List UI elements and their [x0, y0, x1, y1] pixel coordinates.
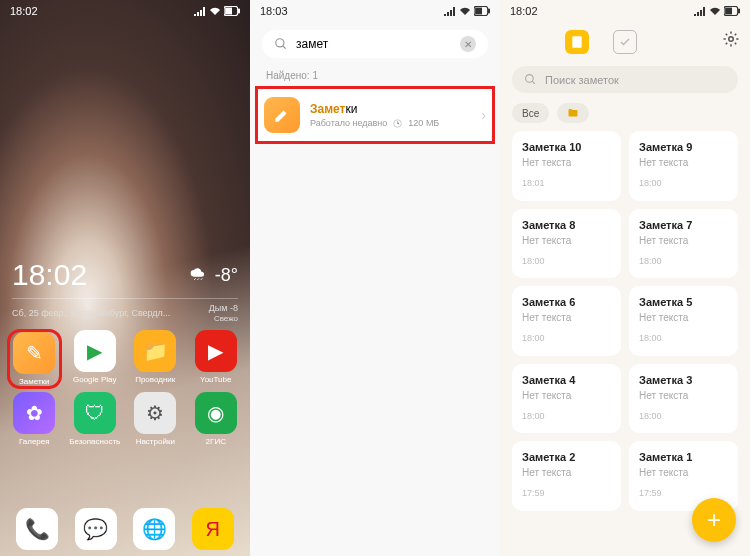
result-subtitle: Работало недавно	[310, 118, 387, 128]
notes-app-icon	[264, 97, 300, 133]
note-card[interactable]: Заметка 8Нет текста18:00	[512, 209, 621, 279]
note-title: Заметка 5	[639, 296, 728, 308]
note-body: Нет текста	[522, 157, 611, 168]
app-icon: ✎	[13, 332, 55, 374]
storage-icon	[393, 119, 402, 128]
status-time: 18:02	[510, 5, 538, 17]
note-card[interactable]: Заметка 4Нет текста18:00	[512, 364, 621, 434]
app-YouTube[interactable]: ▶YouTube	[190, 330, 243, 388]
notes-search[interactable]: Поиск заметок	[512, 66, 738, 93]
svg-rect-4	[488, 9, 490, 14]
note-body: Нет текста	[522, 467, 611, 478]
new-note-button[interactable]: +	[692, 498, 736, 542]
app-icon: ⚙	[134, 392, 176, 434]
status-bar: 18:03	[250, 0, 500, 22]
note-card[interactable]: Заметка 9Нет текста18:00	[629, 131, 738, 201]
note-card[interactable]: Заметка 7Нет текста18:00	[629, 209, 738, 279]
search-icon	[274, 37, 288, 51]
note-title: Заметка 6	[522, 296, 611, 308]
svg-rect-1	[238, 9, 240, 14]
dock-app[interactable]: Я	[192, 508, 234, 550]
note-body: Нет текста	[639, 467, 728, 478]
svg-rect-2	[225, 8, 232, 15]
app-2ГИС[interactable]: ◉2ГИС	[190, 392, 243, 446]
status-icons	[194, 6, 240, 16]
svg-point-6	[276, 39, 284, 47]
date-location[interactable]: Сб, 25 февр., Екатеринбург, Свердл...	[12, 308, 170, 318]
note-icon	[570, 35, 584, 49]
note-card[interactable]: Заметка 2Нет текста17:59	[512, 441, 621, 511]
folder-icon	[567, 107, 579, 119]
battery-icon	[224, 6, 240, 16]
note-body: Нет текста	[639, 312, 728, 323]
app-Заметки[interactable]: ✎Заметки	[8, 330, 61, 388]
svg-point-12	[729, 37, 734, 42]
note-time: 17:59	[639, 488, 728, 498]
settings-button[interactable]	[722, 30, 740, 52]
app-icon: ▶	[195, 330, 237, 372]
search-input[interactable]	[296, 37, 452, 51]
weather-widget[interactable]: -8°	[189, 265, 238, 286]
note-card[interactable]: Заметка 6Нет текста18:00	[512, 286, 621, 356]
app-icon: ▶	[74, 330, 116, 372]
note-title: Заметка 8	[522, 219, 611, 231]
app-Проводник[interactable]: 📁Проводник	[129, 330, 182, 388]
search-result-notes[interactable]: Заметки Работало недавно 120 МБ ›	[256, 87, 494, 143]
plus-icon: +	[707, 506, 721, 534]
note-body: Нет текста	[522, 390, 611, 401]
app-Галерея[interactable]: ✿Галерея	[8, 392, 61, 446]
note-card[interactable]: Заметка 3Нет текста18:00	[629, 364, 738, 434]
tab-notes[interactable]	[565, 30, 589, 54]
note-body: Нет текста	[522, 235, 611, 246]
status-icons	[694, 6, 740, 16]
note-card[interactable]: Заметка 10Нет текста18:01	[512, 131, 621, 201]
status-time: 18:02	[10, 5, 38, 17]
app-icon: 📁	[134, 330, 176, 372]
note-time: 18:00	[522, 411, 611, 421]
notes-app-screen: 18:02 Поиск заметок Все	[500, 0, 750, 556]
note-body: Нет текста	[639, 390, 728, 401]
note-time: 18:00	[522, 256, 611, 266]
check-icon	[619, 36, 631, 48]
tab-tasks[interactable]	[613, 30, 637, 54]
weather-icon	[189, 265, 209, 285]
settings-search-screen: 18:03 ✕ Найдено: 1 Заметки Работало неда…	[250, 0, 500, 556]
note-time: 18:00	[639, 411, 728, 421]
app-Безопасность[interactable]: 🛡Безопасность	[69, 392, 122, 446]
battery-icon	[724, 6, 740, 16]
note-time: 18:01	[522, 178, 611, 188]
app-label: 2ГИС	[206, 437, 226, 446]
note-time: 17:59	[522, 488, 611, 498]
filter-all[interactable]: Все	[512, 103, 549, 123]
note-card[interactable]: Заметка 5Нет текста18:00	[629, 286, 738, 356]
note-title: Заметка 10	[522, 141, 611, 153]
filter-folder[interactable]	[557, 103, 589, 123]
note-time: 18:00	[639, 178, 728, 188]
result-title: Заметки	[310, 102, 471, 116]
status-bar: 18:02	[0, 0, 250, 22]
clear-icon[interactable]: ✕	[460, 36, 476, 52]
signal-icon	[694, 6, 706, 16]
app-label: Галерея	[19, 437, 50, 446]
dock-app[interactable]: 💬	[75, 508, 117, 550]
status-time: 18:03	[260, 5, 288, 17]
app-label: Настройки	[136, 437, 175, 446]
note-body: Нет текста	[639, 235, 728, 246]
clock[interactable]: 18:02	[12, 258, 87, 292]
svg-rect-5	[475, 8, 482, 15]
app-Google Play[interactable]: ▶Google Play	[69, 330, 122, 388]
app-Настройки[interactable]: ⚙Настройки	[129, 392, 182, 446]
wifi-icon	[209, 6, 221, 16]
app-label: Проводник	[135, 375, 175, 384]
dock-app[interactable]: 📞	[16, 508, 58, 550]
svg-rect-11	[572, 36, 581, 48]
air-quality: Дым -8	[209, 303, 238, 313]
dock-app[interactable]: 🌐	[133, 508, 175, 550]
search-icon	[524, 73, 537, 86]
svg-rect-9	[738, 9, 740, 14]
gear-icon	[722, 30, 740, 48]
search-field[interactable]: ✕	[262, 30, 488, 58]
results-count: Найдено: 1	[250, 66, 500, 87]
notes-grid: Заметка 10Нет текста18:01Заметка 9Нет те…	[500, 131, 750, 511]
note-body: Нет текста	[522, 312, 611, 323]
